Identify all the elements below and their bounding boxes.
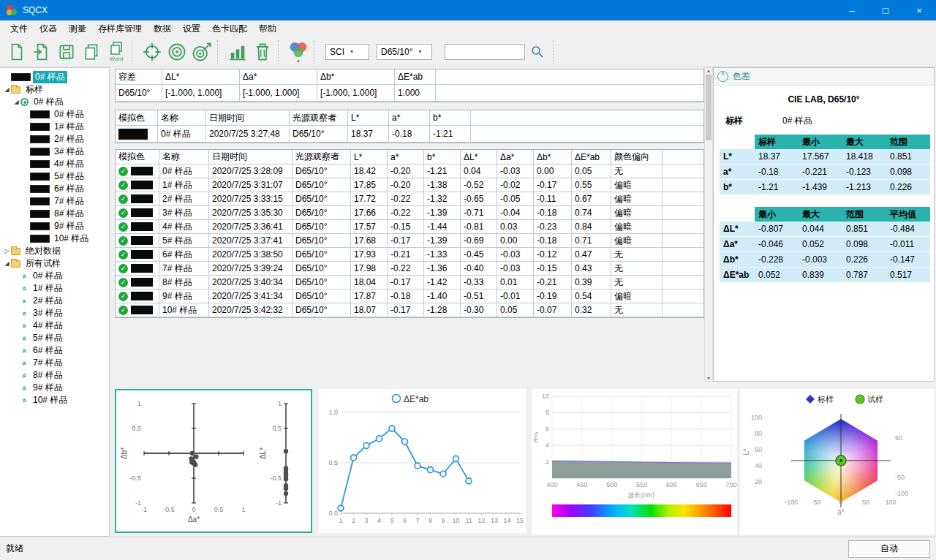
tree-expander-icon[interactable]: ◢ xyxy=(12,99,20,105)
standard-header: 光源观察者 xyxy=(290,110,348,125)
search-input[interactable] xyxy=(445,44,525,60)
tree-item[interactable]: ◢0# 样品 xyxy=(0,96,109,108)
tree-item[interactable]: 9# 样品 xyxy=(0,220,109,232)
tree-item[interactable]: 7# 样品 xyxy=(0,195,109,208)
search-button[interactable] xyxy=(525,37,550,67)
tree-expander-icon[interactable]: ◢ xyxy=(3,260,11,267)
sample-da: -0.02 xyxy=(497,178,534,192)
scroll-down-icon[interactable]: ▼ xyxy=(706,376,712,381)
panel-data-cell: L* xyxy=(720,149,755,164)
sample-row[interactable]: ✓7# 样品2020/7/25 3:39:24D65/10°17.98-0.22… xyxy=(116,262,703,276)
sci-mode-select[interactable]: SCI ▾ xyxy=(325,44,369,60)
tree-item[interactable]: «10# 样品 xyxy=(0,394,109,406)
new-document-button[interactable] xyxy=(4,37,29,67)
tree-item[interactable]: ◢所有试样 xyxy=(0,257,109,270)
export-button[interactable] xyxy=(29,37,54,67)
calibrate-button[interactable] xyxy=(140,37,165,67)
sample-name: 2# 样品 xyxy=(159,192,209,205)
tree-expander-icon[interactable]: ▷ xyxy=(3,248,11,254)
delete-button[interactable] xyxy=(250,37,275,67)
sample-row[interactable]: ✓2# 样品2020/7/25 3:33:15D65/10°17.72-0.22… xyxy=(116,192,703,206)
color-palette-button[interactable]: ▾ xyxy=(286,37,311,67)
tree-item[interactable]: 6# 样品 xyxy=(0,183,109,195)
menu-item-8[interactable]: 帮助 xyxy=(253,21,282,37)
tree-item[interactable]: 10# 样品 xyxy=(0,232,109,245)
svg-text:标样: 标样 xyxy=(817,395,834,404)
up-arrows-icon: « xyxy=(20,384,29,393)
sample-row[interactable]: ✓5# 样品2020/7/25 3:37:41D65/10°17.68-0.17… xyxy=(116,234,703,248)
tree-item[interactable]: «9# 样品 xyxy=(0,382,109,394)
illuminant-select[interactable]: D65/10° ▾ xyxy=(377,44,432,60)
menu-item-6[interactable]: 设置 xyxy=(177,21,206,37)
tolerance-header: Δb* xyxy=(317,69,395,84)
tree-item-label: 10# 样品 xyxy=(52,232,91,245)
copy-word-button[interactable]: Word xyxy=(104,37,129,67)
menu-item-4[interactable]: 存样库管理 xyxy=(92,21,148,37)
filler xyxy=(663,290,703,303)
tree-item[interactable]: «6# 样品 xyxy=(0,344,109,357)
tree-item[interactable]: 5# 样品 xyxy=(0,170,109,183)
menu-item-2[interactable]: 仪器 xyxy=(34,21,63,37)
copy-button[interactable] xyxy=(79,37,104,67)
menu-item-1[interactable]: 文件 xyxy=(4,21,34,37)
tree-item[interactable]: «2# 样品 xyxy=(0,295,109,307)
sample-db: -0.18 xyxy=(534,234,572,247)
tree-item[interactable]: 1# 样品 xyxy=(0,121,109,133)
tree-item[interactable]: «7# 样品 xyxy=(0,357,109,369)
tree-item[interactable]: 4# 样品 xyxy=(0,158,109,170)
tree-item[interactable]: ◢标样 xyxy=(0,83,109,96)
panel-data-cell: -0.011 xyxy=(886,237,930,251)
tree-item[interactable]: «5# 样品 xyxy=(0,332,109,344)
tree-item[interactable]: 0# 样品 xyxy=(0,71,109,83)
close-button[interactable]: × xyxy=(902,0,936,20)
tree-item[interactable]: 2# 样品 xyxy=(0,133,109,145)
auto-mode-button[interactable]: 自动 xyxy=(848,540,930,558)
tree-item[interactable]: 3# 样品 xyxy=(0,145,109,158)
pass-check-icon: ✓ xyxy=(118,250,128,260)
panel-data-cell: -0.003 xyxy=(799,252,842,267)
sample-row[interactable]: ✓8# 样品2020/7/25 3:40:34D65/10°18.04-0.17… xyxy=(116,276,703,290)
standard-observer: D65/10° xyxy=(290,126,348,142)
sample-row[interactable]: ✓9# 样品2020/7/25 3:41:34D65/10°17.87-0.18… xyxy=(116,290,703,303)
tree-item[interactable]: 8# 样品 xyxy=(0,208,109,220)
minimize-button[interactable]: – xyxy=(835,0,869,20)
svg-text:-1: -1 xyxy=(141,506,147,513)
scroll-up-icon[interactable]: ▲ xyxy=(706,68,712,73)
tree-item[interactable]: 0# 样品 xyxy=(0,108,109,121)
sample-row[interactable]: ✓6# 样品2020/7/25 3:38:50D65/10°17.93-0.21… xyxy=(116,248,703,262)
panel-data-cell: 0.226 xyxy=(886,180,930,194)
tree-item[interactable]: «4# 样品 xyxy=(0,319,109,332)
sample-row[interactable]: ✓1# 样品2020/7/25 3:31:07D65/10°17.85-0.20… xyxy=(116,178,703,192)
scrollbar-thumb[interactable] xyxy=(706,75,712,140)
sample-row[interactable]: ✓10# 样品2020/7/25 3:42:32D65/10°18.07-0.1… xyxy=(116,303,703,317)
tree-item[interactable]: «0# 样品 xyxy=(0,270,109,282)
up-arrows-icon: « xyxy=(20,334,29,343)
tree-item[interactable]: «8# 样品 xyxy=(0,369,109,382)
maximize-button[interactable]: □ xyxy=(869,0,902,20)
sample-row[interactable]: ✓0# 样品2020/7/25 3:28:09D65/10°18.42-0.20… xyxy=(116,164,703,178)
menu-item-5[interactable]: 数据 xyxy=(148,21,177,37)
save-button[interactable] xyxy=(54,37,79,67)
tolerance-row[interactable]: D65/10°[-1.000, 1.000][-1.000, 1.000][-1… xyxy=(116,85,703,102)
standard-row[interactable]: 0# 样品2020/7/25 3:27:48D65/10°18.37-0.18-… xyxy=(116,126,703,143)
menu-item-3[interactable]: 测量 xyxy=(63,21,92,37)
sample-datetime: 2020/7/25 3:36:41 xyxy=(209,220,292,233)
main-scrollbar[interactable]: ▲ ▼ xyxy=(704,67,713,382)
chart-button[interactable] xyxy=(225,37,250,67)
tree-item[interactable]: «3# 样品 xyxy=(0,307,109,319)
tree-item[interactable]: «1# 样品 xyxy=(0,282,109,295)
sample-dE: 0.43 xyxy=(572,262,611,275)
tree-item-label: 8# 样品 xyxy=(31,369,65,382)
sample-row[interactable]: ✓4# 样品2020/7/25 3:36:41D65/10°17.57-0.15… xyxy=(116,220,703,234)
tree-item-label: 3# 样品 xyxy=(31,307,65,319)
tree-item[interactable]: ▷绝对数据 xyxy=(0,245,109,257)
tree-expander-icon[interactable]: ◢ xyxy=(3,86,11,93)
collapse-panel-icon[interactable]: ^ xyxy=(717,71,728,82)
sample-datetime: 2020/7/25 3:40:34 xyxy=(209,276,292,289)
menu-item-7[interactable]: 色卡匹配 xyxy=(206,21,253,37)
palette-dropdown-icon[interactable]: ▾ xyxy=(297,59,300,64)
sample-row[interactable]: ✓3# 样品2020/7/25 3:35:30D65/10°17.66-0.22… xyxy=(116,206,703,220)
measure-standard-button[interactable] xyxy=(165,37,189,67)
svg-text:-1: -1 xyxy=(135,499,141,507)
measure-sample-button[interactable] xyxy=(189,37,214,67)
